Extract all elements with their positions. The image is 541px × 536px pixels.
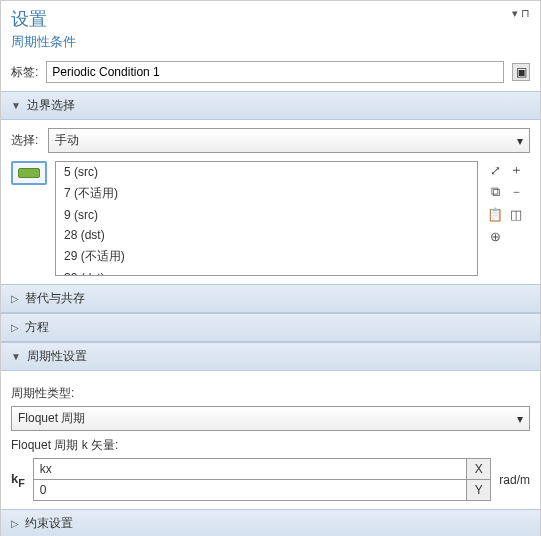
list-item[interactable]: 5 (src) <box>56 162 477 182</box>
kvector-label: Floquet 周期 k 矢量: <box>11 437 530 454</box>
chevron-right-icon: ▷ <box>11 322 19 333</box>
target-icon[interactable]: ⊕ <box>486 227 504 245</box>
periodicity-type-label: 周期性类型: <box>11 385 530 402</box>
plus-icon[interactable]: ＋ <box>507 161 525 179</box>
periodicity-section-header[interactable]: ▼ 周期性设置 <box>1 342 540 371</box>
list-item[interactable]: 9 (src) <box>56 205 477 225</box>
boundary-section-header[interactable]: ▼ 边界选择 <box>1 91 540 120</box>
list-item[interactable]: 7 (不适用) <box>56 182 477 205</box>
kvector-table: kx X 0 Y <box>33 458 491 501</box>
equation-section-header[interactable]: ▷ 方程 <box>1 313 540 342</box>
label-input[interactable] <box>46 61 504 83</box>
axis-label: Y <box>467 480 491 501</box>
settings-title: 设置 <box>11 7 47 31</box>
boundary-listbox[interactable]: 5 (src) 7 (不适用) 9 (src) 28 (dst) 29 (不适用… <box>55 161 478 276</box>
chevron-right-icon: ▷ <box>11 293 19 304</box>
periodicity-type-value: Floquet 周期 <box>18 410 85 427</box>
label-external-icon[interactable]: ▣ <box>512 63 530 81</box>
kf-symbol: kF <box>11 471 25 489</box>
selection-value: 手动 <box>55 132 79 149</box>
pin-icon[interactable]: ▾ ⊓ <box>512 7 530 20</box>
minus-icon[interactable]: － <box>507 183 525 201</box>
chevron-down-icon: ▼ <box>11 100 21 111</box>
periodicity-type-dropdown[interactable]: Floquet 周期 ▾ <box>11 406 530 431</box>
toggle-icon[interactable]: ◫ <box>507 205 525 223</box>
boundary-section-title: 边界选择 <box>27 97 75 114</box>
constraint-section-title: 约束设置 <box>25 515 73 532</box>
table-row: kx X <box>33 459 490 480</box>
constraint-section-header[interactable]: ▷ 约束设置 <box>1 509 540 536</box>
paste-icon[interactable]: 📋 <box>486 205 504 223</box>
label-caption: 标签: <box>11 64 38 81</box>
chevron-right-icon: ▷ <box>11 518 19 529</box>
status-indicator-icon <box>11 161 47 185</box>
override-section-title: 替代与共存 <box>25 290 85 307</box>
equation-section-title: 方程 <box>25 319 49 336</box>
settings-subtitle: 周期性条件 <box>11 33 530 51</box>
chevron-down-icon: ▼ <box>11 351 21 362</box>
chevron-down-icon: ▾ <box>517 134 523 148</box>
list-item[interactable]: 30 (dst) <box>56 268 477 276</box>
table-row: 0 Y <box>33 480 490 501</box>
kx-input[interactable]: kx <box>33 459 466 480</box>
zoom-icon[interactable]: ⤢ <box>486 161 504 179</box>
unit-label: rad/m <box>499 473 530 487</box>
ky-input[interactable]: 0 <box>33 480 466 501</box>
list-item[interactable]: 28 (dst) <box>56 225 477 245</box>
selection-dropdown[interactable]: 手动 ▾ <box>48 128 530 153</box>
copy-icon[interactable]: ⧉ <box>486 183 504 201</box>
list-item[interactable]: 29 (不适用) <box>56 245 477 268</box>
axis-label: X <box>467 459 491 480</box>
select-label: 选择: <box>11 132 38 149</box>
chevron-down-icon: ▾ <box>517 412 523 426</box>
periodicity-section-title: 周期性设置 <box>27 348 87 365</box>
override-section-header[interactable]: ▷ 替代与共存 <box>1 284 540 313</box>
